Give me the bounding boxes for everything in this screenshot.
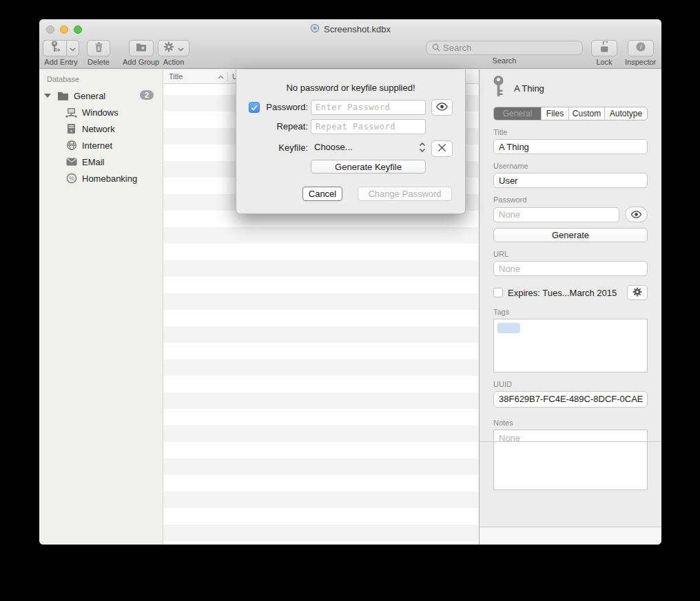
entry-title: A Thing [514,83,544,94]
envelope-icon [65,156,77,168]
password-field-label: Password [493,196,648,204]
password-checkbox[interactable] [249,102,260,113]
gear-icon [632,287,642,299]
search-label: Search [493,56,517,65]
gear-icon [163,41,174,55]
window-chrome: Screenshot.kdbx [39,19,661,69]
search-icon [432,42,440,54]
action-button[interactable] [158,40,189,56]
app-window: Screenshot.kdbx [39,19,661,545]
add-entry-label: Add Entry [44,58,77,66]
globe-icon [65,140,77,151]
sidebar-item-internet[interactable]: Internet [39,137,163,154]
repeat-label: Repeat: [249,121,308,131]
password-sheet: No password or keyfile supplied! Passwor… [236,70,466,214]
sidebar-item-windows[interactable]: Windows [39,104,163,120]
eye-icon [435,101,449,114]
add-entry-dropdown[interactable] [66,40,79,56]
tag-pill[interactable] [497,323,520,333]
title-field-label: Title [493,128,648,136]
password-input[interactable] [493,207,619,222]
sidebar-item-label: Internet [82,140,112,151]
url-field-label: URL [493,250,648,258]
sidebar-item-label: Network [82,124,115,134]
disclosure-triangle-icon[interactable] [44,94,51,98]
percent-icon: % [65,173,77,184]
sort-ascending-icon [218,72,224,81]
uuid-value[interactable]: 38F629B7-FC4E-489C-8DCF-0CAE [493,391,648,408]
sheet-message: No password or keyfile supplied! [236,83,465,93]
inspector-button[interactable]: i [628,40,654,56]
action-label: Action [163,58,185,66]
generate-keyfile-button[interactable]: Generate Keyfile [311,160,426,173]
sidebar-item-network[interactable]: Network [39,120,163,137]
repeat-password-input[interactable] [311,119,426,134]
add-group-button[interactable] [129,40,154,56]
inspector-footer [480,527,661,545]
search-field[interactable] [426,41,583,55]
inspector-label: Inspector [625,58,656,66]
sidebar-header: Database [39,75,163,87]
uuid-field-label: UUID [493,380,648,388]
trash-icon [94,41,103,55]
key-icon [493,76,504,101]
delete-label: Delete [88,58,110,66]
change-password-button[interactable]: Change Password [358,187,452,201]
delete-button[interactable] [87,40,110,56]
lock-button[interactable] [591,40,617,56]
checkmark-icon [251,101,258,114]
tags-field-label: Tags [493,308,648,316]
key-plus-icon [50,41,60,56]
clear-keyfile-button[interactable] [431,140,453,157]
tab-custom[interactable]: Custom [569,107,605,120]
expires-checkbox[interactable] [493,288,503,297]
expires-label: Expires: Tues...March 2015 [508,288,617,298]
sidebar-item-label: General [74,91,105,101]
inspector-panel: A Thing General Files Custom Autotype Ti… [479,70,661,545]
sidebar-item-general[interactable]: General 2 [39,87,163,104]
add-group-label: Add Group [123,58,159,66]
add-entry-button[interactable] [43,40,79,56]
tags-box[interactable] [493,319,648,372]
window-title: Screenshot.kdbx [324,24,391,34]
titlebar[interactable]: Screenshot.kdbx [39,19,661,39]
tab-general[interactable]: General [494,107,542,120]
tab-autotype[interactable]: Autotype [605,107,647,120]
cancel-button[interactable]: Cancel [302,187,342,201]
svg-text:i: i [639,43,641,50]
folder-icon [57,90,69,102]
chevron-down-icon [178,42,184,54]
notes-field-label: Notes [493,419,648,427]
expires-settings-button[interactable] [627,285,648,300]
title-input[interactable] [493,139,648,154]
server-icon [65,123,77,135]
inspector-tabs: General Files Custom Autotype [493,107,648,120]
keyfile-label: Keyfile: [249,143,308,153]
sidebar-item-homebanking[interactable]: % Homebanking [39,170,163,187]
show-password-button[interactable] [625,207,648,222]
info-icon: i [635,41,646,55]
lock-label: Lock [596,58,612,66]
sidebar: Database General 2 Windows Network [39,70,163,545]
document-icon [310,23,320,36]
sidebar-item-label: Homebanking [82,173,137,184]
username-input[interactable] [493,173,648,188]
toolbar: Add Entry Delete Add Group [39,39,661,69]
keyfile-popup[interactable]: Choose... [314,142,353,152]
folder-plus-icon [136,42,147,54]
enter-password-input[interactable] [311,100,426,115]
tab-files[interactable]: Files [542,107,569,120]
unlock-icon [599,41,610,56]
stepper-icon[interactable] [419,141,426,156]
generate-password-button[interactable]: Generate [493,228,648,242]
windows-icon [65,107,77,118]
chevron-down-icon [70,42,76,54]
column-header-title[interactable]: Title [163,72,227,81]
svg-text:%: % [69,175,74,182]
entry-count-badge: 2 [140,90,154,100]
sidebar-item-email[interactable]: EMail [39,154,163,170]
search-input[interactable] [443,43,577,53]
reveal-password-button[interactable] [431,99,453,116]
url-input[interactable] [493,261,648,276]
notes-input[interactable] [493,430,648,490]
